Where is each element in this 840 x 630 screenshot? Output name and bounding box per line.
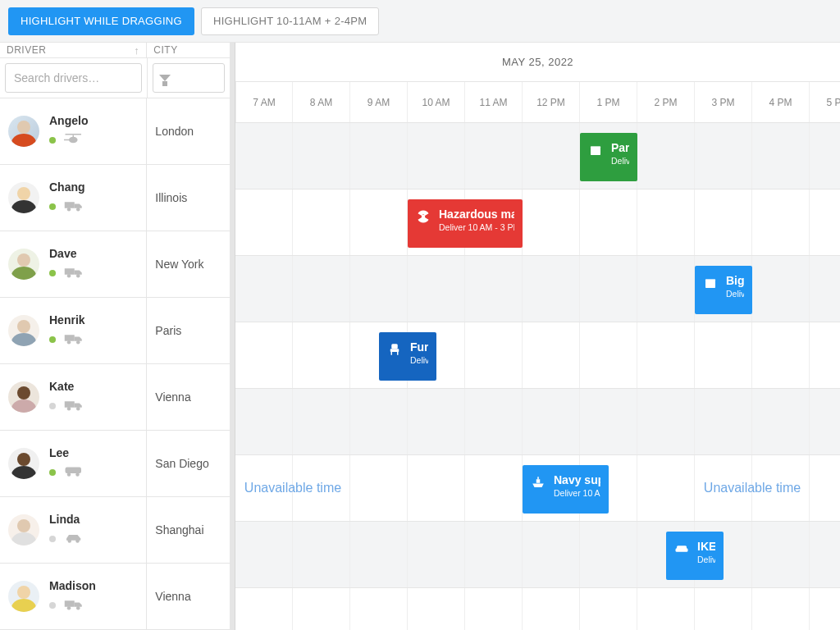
driver-cell: Linda xyxy=(0,497,147,563)
driver-cell: Madison xyxy=(0,564,147,629)
svg-rect-21 xyxy=(65,600,75,607)
radiation-icon xyxy=(416,209,431,224)
ship-icon xyxy=(531,475,546,490)
svg-rect-3 xyxy=(64,139,71,141)
driver-row[interactable]: DaveNew York xyxy=(0,231,230,298)
svg-rect-31 xyxy=(391,352,393,355)
svg-point-19 xyxy=(68,539,72,543)
box-icon xyxy=(703,276,718,290)
scheduled-event[interactable]: FurnitureDeliver xyxy=(379,332,436,381)
driver-cell: Kate xyxy=(0,364,147,430)
time-header-cell: 11 AM xyxy=(465,82,523,122)
filter-cell-driver xyxy=(0,58,148,98)
status-dot-icon xyxy=(49,203,56,210)
driver-meta xyxy=(49,597,96,614)
time-header-cell: 4 PM xyxy=(752,82,810,122)
schedule-row[interactable]: Unavailable timeUnavailable timeNavy sup… xyxy=(235,455,840,522)
scheduled-event[interactable]: IKEADeliver xyxy=(666,532,724,580)
event-title: Hazardous material xyxy=(439,208,514,221)
event-subtitle: Deliver xyxy=(611,156,629,166)
event-text: IKEADeliver xyxy=(697,540,715,572)
driver-meta xyxy=(49,464,84,481)
schedule-row[interactable]: FurnitureDeliver xyxy=(235,322,840,389)
time-header-cell: 10 AM xyxy=(408,82,465,122)
status-dot-icon xyxy=(49,469,56,476)
event-title: Navy supplies xyxy=(554,473,600,486)
panel-splitter[interactable] xyxy=(231,43,235,630)
svg-rect-10 xyxy=(65,335,75,341)
schedule-row[interactable] xyxy=(235,389,840,455)
driver-info: Kate xyxy=(49,380,84,414)
van-icon xyxy=(64,464,84,481)
column-header-city[interactable]: CITY xyxy=(147,43,230,57)
scheduled-event[interactable]: Big boxDeliver xyxy=(695,266,752,314)
status-dot-icon xyxy=(49,403,56,409)
truck-icon xyxy=(64,597,84,614)
column-headers: DRIVER ↑ CITY xyxy=(0,43,230,58)
status-dot-icon xyxy=(49,602,56,609)
driver-meta xyxy=(49,398,84,414)
event-subtitle: Deliver xyxy=(726,289,744,299)
driver-cell: Angelo xyxy=(0,98,147,164)
driver-name: Linda xyxy=(49,513,84,526)
schedule-row[interactable] xyxy=(235,588,840,630)
svg-point-8 xyxy=(67,274,71,278)
driver-meta xyxy=(49,265,84,281)
svg-rect-36 xyxy=(676,548,688,552)
event-subtitle: Deliver xyxy=(697,555,715,564)
car-icon xyxy=(64,531,84,547)
driver-row[interactable]: LindaShanghai xyxy=(0,497,230,564)
svg-rect-16 xyxy=(66,468,82,474)
driver-panel: DRIVER ↑ CITY AngeloLondonChangIllinoisD… xyxy=(0,43,231,630)
time-header-cell: 2 PM xyxy=(637,82,695,122)
event-text: Hazardous materialDeliver 10 AM - 3 PM xyxy=(439,208,514,240)
box-icon xyxy=(588,143,603,158)
svg-rect-0 xyxy=(66,134,82,135)
driver-row[interactable]: LeeSan Diego xyxy=(0,431,230,497)
column-header-driver-label: DRIVER xyxy=(7,44,46,56)
time-header-cell: 12 PM xyxy=(523,82,580,122)
scheduled-event[interactable]: ParcelDeliver xyxy=(580,133,637,181)
truck-icon xyxy=(64,331,84,348)
avatar xyxy=(8,581,39,612)
svg-rect-30 xyxy=(390,349,399,352)
svg-point-5 xyxy=(67,208,71,212)
driver-row[interactable]: HenrikParis xyxy=(0,298,230,364)
driver-name: Lee xyxy=(49,446,84,459)
driver-row[interactable]: AngeloLondon xyxy=(0,98,230,165)
schedule-row[interactable]: IKEADeliver xyxy=(235,522,840,588)
driver-cell: Dave xyxy=(0,231,147,297)
search-input[interactable] xyxy=(12,71,159,85)
time-header-cell: 8 AM xyxy=(293,82,350,122)
time-header-cell: 9 AM xyxy=(350,82,408,122)
schedule-row[interactable]: Big boxDeliver xyxy=(235,256,840,322)
event-subtitle: Deliver 10 AM xyxy=(554,488,600,498)
city-cell: London xyxy=(147,98,230,164)
scheduled-event[interactable]: Navy suppliesDeliver 10 AM xyxy=(523,465,609,514)
highlight-while-dragging-button[interactable]: HIGHLIGHT WHILE DRAGGING xyxy=(8,7,194,35)
column-header-driver[interactable]: DRIVER ↑ xyxy=(0,43,147,57)
helicopter-icon xyxy=(64,132,84,148)
svg-rect-13 xyxy=(65,401,75,408)
schedule-row[interactable]: Hazardous materialDeliver 10 AM - 3 PM xyxy=(235,189,840,256)
date-label: MAY 25, 2022 xyxy=(502,56,573,68)
driver-name: Chang xyxy=(49,180,85,194)
event-title: Big box xyxy=(726,274,744,287)
scheduled-event[interactable]: Hazardous materialDeliver 10 AM - 3 PM xyxy=(408,199,523,248)
highlight-fixed-times-button[interactable]: HIGHLIGHT 10-11AM + 2-4PM xyxy=(201,7,380,35)
driver-row[interactable]: ChangIllinois xyxy=(0,165,230,231)
driver-row[interactable]: MadisonVienna xyxy=(0,564,230,630)
driver-name: Kate xyxy=(49,380,84,393)
avatar xyxy=(8,249,39,280)
filter-icon[interactable] xyxy=(159,75,171,81)
svg-rect-7 xyxy=(65,268,75,275)
driver-row[interactable]: KateVienna xyxy=(0,364,230,431)
svg-point-14 xyxy=(67,407,71,411)
schedule-body[interactable]: ParcelDeliverHazardous materialDeliver 1… xyxy=(235,123,840,630)
schedule-row[interactable]: ParcelDeliver xyxy=(235,123,840,189)
svg-rect-29 xyxy=(391,344,398,349)
driver-info: Madison xyxy=(49,579,96,614)
couch-icon xyxy=(674,541,689,556)
avatar xyxy=(8,381,39,413)
svg-rect-34 xyxy=(537,477,539,479)
